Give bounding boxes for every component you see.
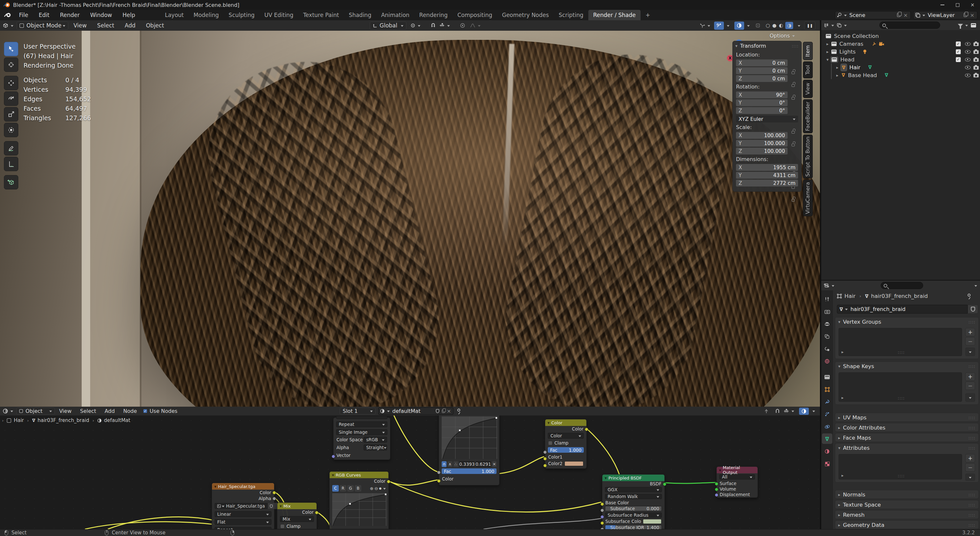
color-input-socket[interactable] (437, 479, 441, 483)
expand-icon[interactable]: ▸ (826, 41, 829, 46)
blender-menu-icon[interactable] (4, 12, 12, 18)
attributes-header[interactable]: ▾Attributes:::: (835, 444, 978, 452)
lock-location-y-icon[interactable] (792, 84, 795, 87)
scale-y-field[interactable]: Y100.000 (736, 140, 788, 147)
shader-editor-canvas[interactable]: › Hair › ∇ hair03F_french_braid › defaul… (0, 415, 820, 529)
rotation-x-field[interactable]: X90° (736, 91, 788, 98)
transform-orientation-dropdown[interactable]: Global (370, 22, 406, 30)
expand-icon[interactable]: ▸ (836, 65, 838, 70)
attributes-list[interactable]: ▸ :::: (838, 454, 962, 479)
attribute-specials-button[interactable] (965, 474, 975, 481)
interpolation-dropdown[interactable]: Linear (215, 511, 272, 517)
tab-object-data-icon[interactable]: ∇ (823, 435, 831, 443)
shape-keys-list[interactable]: ▸ :::: (838, 372, 962, 402)
proportional-falloff-dropdown[interactable] (470, 23, 480, 28)
extension-dropdown[interactable]: Repeat (336, 421, 387, 427)
displacement-input-socket[interactable] (715, 493, 718, 497)
rotation-z-field[interactable]: Z0° (736, 107, 788, 114)
tab-collection-icon[interactable] (823, 373, 831, 381)
viewport-options-dropdown[interactable]: Options (770, 33, 795, 39)
location-y-field[interactable]: Y0 cm (736, 67, 788, 74)
clamp-row[interactable]: Clamp (545, 440, 586, 446)
tool-add-cube[interactable] (4, 175, 18, 189)
lights-render-icon[interactable] (974, 50, 979, 54)
browse-mesh-icon[interactable] (845, 309, 848, 312)
color2-input-socket[interactable] (543, 464, 547, 468)
scale-z-field[interactable]: Z100.000 (736, 148, 788, 154)
base-head-render-icon[interactable] (974, 74, 979, 77)
tool-transform[interactable] (4, 123, 18, 137)
menu-window[interactable]: Window (85, 10, 117, 20)
shape-key-specials-button[interactable] (965, 393, 975, 402)
go-parent-node-button[interactable] (764, 409, 769, 414)
shader-editor-type-button[interactable] (3, 408, 13, 414)
subsurface-radius-input-socket[interactable] (600, 515, 604, 519)
mix-node-header[interactable]: ▾Mix (277, 503, 317, 509)
subsurface-input-socket[interactable] (600, 509, 604, 512)
subsurface-ior-slider[interactable]: Subsurface IOR1.400 (605, 525, 662, 529)
curve-clipping-icon[interactable] (383, 488, 386, 491)
proportional-editing-toggle[interactable] (460, 23, 465, 28)
new-scene-icon[interactable] (897, 13, 900, 17)
overlays-dropdown[interactable] (725, 24, 729, 27)
color2-swatch[interactable] (565, 461, 584, 466)
lock-scale-y-icon[interactable] (792, 186, 795, 189)
menu-render[interactable]: Render (54, 10, 85, 20)
workspace-tab-rendering[interactable]: Rendering (414, 10, 452, 20)
fac-input-socket[interactable] (437, 471, 441, 474)
pivot-point-dropdown[interactable] (410, 23, 420, 28)
outliner-row-cameras[interactable]: ▸ Cameras ✓ (821, 40, 980, 48)
outliner-row-scene-collection[interactable]: Scene Collection (821, 32, 980, 40)
dimensions-x-field[interactable]: X1955 cm (736, 164, 798, 171)
viewport-menu-select[interactable]: Select (92, 20, 119, 31)
node-menu-view[interactable]: View (55, 407, 76, 415)
cameras-render-icon[interactable] (974, 43, 979, 46)
node-overlays-dropdown[interactable] (810, 410, 815, 412)
lights-checkbox[interactable]: ✓ (956, 49, 961, 54)
mix-node[interactable]: ▾Mix Color Mix Clamp (277, 503, 317, 529)
expand-icon[interactable]: ▸ (836, 73, 838, 78)
xray-dropdown[interactable] (745, 24, 750, 27)
node-snap-toggle[interactable] (775, 409, 780, 414)
target-dropdown[interactable]: All (719, 474, 755, 479)
curve-graph[interactable] (442, 417, 497, 459)
menu-edit[interactable]: Edit (33, 10, 54, 20)
unlink-material-icon[interactable]: × (447, 408, 451, 414)
head-checkbox[interactable]: ✓ (956, 57, 961, 62)
tab-texture-icon[interactable] (823, 460, 831, 468)
subsurface-radius-dropdown[interactable]: Subsurface Radius (605, 512, 662, 518)
editor-type-button[interactable] (3, 22, 13, 29)
add-attribute-button[interactable]: + (965, 454, 975, 463)
color-output-socket[interactable] (272, 491, 276, 495)
mode-dropdown[interactable]: Object Mode (17, 22, 68, 30)
lock-scale-z-icon[interactable] (792, 199, 795, 202)
remove-viewlayer-icon[interactable]: × (970, 12, 974, 18)
remove-attribute-button[interactable]: − (965, 463, 975, 472)
fake-user-icon[interactable] (436, 409, 439, 413)
unlink-scene-icon[interactable]: × (904, 12, 908, 18)
principled-bsdf-node[interactable]: ▾Principled BSDF BSDF GGX Random Walk Ba… (602, 474, 665, 529)
workspace-tab-texture-paint[interactable]: Texture Paint (298, 10, 344, 20)
outliner-filter-type-dropdown[interactable] (837, 23, 847, 27)
collapse-icon[interactable]: ▾ (826, 57, 829, 62)
image-fake-user-button[interactable] (267, 503, 275, 509)
blend-mode-dropdown[interactable]: Mix (280, 516, 314, 522)
tab-output-icon[interactable] (823, 320, 831, 328)
cameras-hide-icon[interactable] (965, 42, 970, 46)
npanel-tab-script-to-button[interactable]: Script To Button (803, 135, 813, 178)
properties-search-input[interactable] (881, 282, 923, 289)
cameras-checkbox[interactable]: ✓ (956, 41, 961, 46)
fac-slider[interactable]: Fac1.000 (442, 468, 496, 474)
shape-keys-header[interactable]: ▾Shape Keys:::: (835, 362, 978, 371)
new-collection-button[interactable] (971, 23, 976, 27)
clamp-checkbox-icon[interactable] (280, 524, 285, 528)
remove-shape-key-button[interactable]: − (965, 382, 975, 390)
material-slot-dropdown[interactable]: Slot 1 (340, 408, 375, 415)
vertex-groups-list[interactable]: ▸ :::: (838, 328, 962, 356)
vertex-groups-header[interactable]: ▾Vertex Groups:::: (835, 318, 978, 326)
color-space-dropdown[interactable]: sRGB (364, 437, 387, 442)
shading-box-icon[interactable] (755, 23, 760, 28)
shading-solid-icon[interactable]: ● (772, 22, 776, 29)
extension-dropdown[interactable]: Repeat (215, 527, 272, 529)
remesh-panel[interactable]: ▸Remesh:::: (835, 510, 979, 519)
